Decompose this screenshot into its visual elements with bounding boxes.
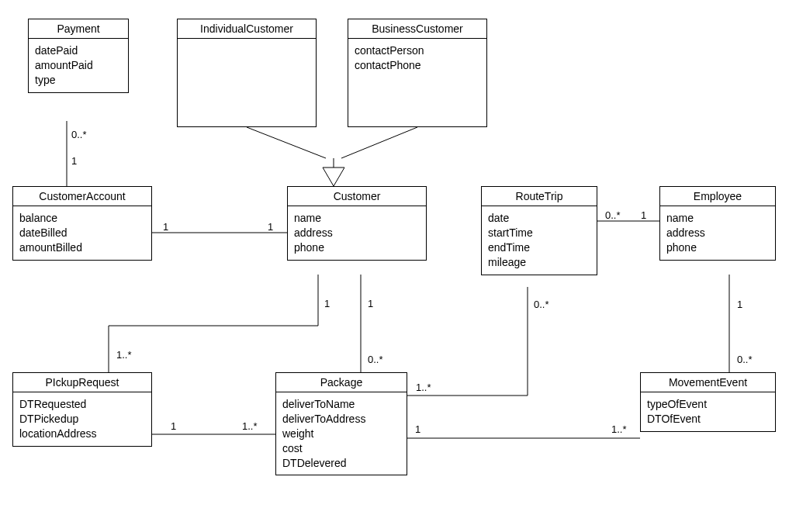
svg-line-7 [247, 127, 326, 158]
class-package: Package deliverToName deliverToAddress w… [275, 372, 407, 475]
multiplicity-label: 0..* [71, 129, 87, 140]
multiplicity-label: 1 [324, 298, 330, 309]
class-pickup-request: PIckupRequest DTRequested DTPickedup loc… [12, 372, 152, 447]
class-title: Payment [29, 19, 128, 39]
class-body [178, 39, 316, 57]
multiplicity-label: 1 [415, 423, 420, 435]
attribute: contactPhone [355, 58, 480, 73]
attribute: dateBilled [19, 226, 145, 240]
attribute: mileage [488, 255, 590, 270]
class-body: balance dateBilled amountBilled [13, 206, 151, 260]
attribute: deliverToName [282, 397, 400, 412]
class-payment: Payment datePaid amountPaid type [28, 19, 129, 93]
class-body: name address phone [660, 206, 775, 260]
class-title: Customer [288, 187, 426, 206]
class-body: deliverToName deliverToAddress weight co… [276, 392, 407, 475]
attribute: balance [19, 211, 145, 226]
attribute: locationAddress [19, 427, 145, 441]
attribute: amountBilled [19, 240, 145, 255]
class-title: CustomerAccount [13, 187, 151, 206]
multiplicity-label: 1..* [416, 382, 431, 393]
uml-diagram: Payment datePaid amountPaid type Individ… [0, 0, 789, 532]
class-title: BusinessCustomer [348, 19, 486, 39]
class-movement-event: MovementEvent typeOfEvent DTOfEvent [640, 372, 776, 432]
multiplicity-label: 0..* [534, 299, 549, 310]
class-title: MovementEvent [641, 373, 775, 392]
class-employee: Employee name address phone [659, 186, 776, 261]
attribute: DTDelevered [282, 456, 400, 471]
attribute: address [294, 226, 420, 240]
multiplicity-label: 0..* [368, 354, 383, 365]
multiplicity-label: 0..* [605, 209, 621, 221]
class-individual-customer: IndividualCustomer [177, 19, 317, 127]
attribute: typeOfEvent [647, 397, 769, 412]
class-customer-account: CustomerAccount balance dateBilled amoun… [12, 186, 152, 261]
class-title: RouteTrip [482, 187, 597, 206]
attribute: cost [282, 441, 400, 456]
svg-line-8 [341, 127, 417, 158]
multiplicity-label: 1 [163, 221, 168, 233]
attribute: weight [282, 427, 400, 441]
multiplicity-label: 1..* [611, 423, 627, 435]
attribute: datePaid [35, 43, 122, 58]
attribute: deliverToAddress [282, 412, 400, 427]
attribute: DTOfEvent [647, 412, 769, 427]
multiplicity-label: 1 [71, 155, 77, 167]
class-title: Employee [660, 187, 775, 206]
multiplicity-label: 1 [268, 221, 273, 233]
class-business-customer: BusinessCustomer contactPerson contactPh… [348, 19, 487, 127]
multiplicity-label: 1..* [242, 420, 258, 432]
multiplicity-label: 1 [368, 298, 373, 309]
attribute: phone [666, 240, 769, 255]
attribute: name [294, 211, 420, 226]
attribute: DTPickedup [19, 412, 145, 427]
attribute: startTime [488, 226, 590, 240]
attribute: address [666, 226, 769, 240]
class-title: Package [276, 373, 407, 392]
class-route-trip: RouteTrip date startTime endTime mileage [481, 186, 597, 275]
attribute: contactPerson [355, 43, 480, 58]
attribute: date [488, 211, 590, 226]
class-body: contactPerson contactPhone [348, 39, 486, 78]
multiplicity-label: 1 [641, 209, 646, 221]
attribute: endTime [488, 240, 590, 255]
class-title: IndividualCustomer [178, 19, 316, 39]
class-body: name address phone [288, 206, 426, 260]
multiplicity-label: 1 [171, 420, 176, 432]
svg-marker-9 [323, 168, 344, 186]
attribute: DTRequested [19, 397, 145, 412]
multiplicity-label: 1..* [116, 349, 132, 361]
multiplicity-label: 1 [737, 299, 742, 310]
attribute: amountPaid [35, 58, 122, 73]
class-body: DTRequested DTPickedup locationAddress [13, 392, 151, 446]
attribute: name [666, 211, 769, 226]
attribute: type [35, 73, 122, 88]
class-title: PIckupRequest [13, 373, 151, 392]
class-body: date startTime endTime mileage [482, 206, 597, 275]
class-body: typeOfEvent DTOfEvent [641, 392, 775, 431]
multiplicity-label: 0..* [737, 354, 753, 365]
class-body: datePaid amountPaid type [29, 39, 128, 92]
attribute: phone [294, 240, 420, 255]
class-customer: Customer name address phone [287, 186, 427, 261]
